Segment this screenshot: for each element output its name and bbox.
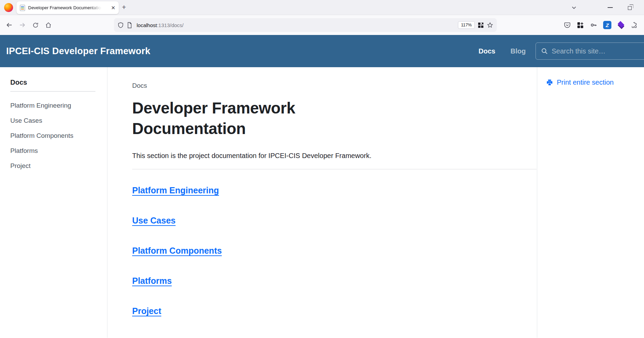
section-link-use-cases[interactable]: Use Cases [132,216,175,226]
sidebar-nav: Platform Engineering Use Cases Platform … [10,98,107,173]
sidebar-item-platforms[interactable]: Platforms [10,143,107,158]
printer-icon [546,79,553,86]
tab-close-icon[interactable]: ✕ [111,5,115,10]
sidebar-item-platform-engineering[interactable]: Platform Engineering [10,98,107,113]
site-navbar: IPCEI-CIS Developer Framework Docs Blog [0,35,644,67]
puzzle-extension-icon[interactable] [631,22,638,29]
stack-extension-icon[interactable] [617,21,625,29]
print-section-label: Print entire section [557,79,614,86]
zotero-extension-icon[interactable]: Z [603,21,611,29]
password-key-icon[interactable] [590,21,597,29]
intro-paragraph: This section is the project documentatio… [132,152,537,160]
reload-button[interactable] [30,19,41,31]
extensions-add-icon[interactable] [577,22,584,29]
sidebar-item-project[interactable]: Project [10,158,107,173]
forward-button[interactable] [16,19,28,31]
breadcrumb[interactable]: Docs [132,82,537,89]
browser-toolbar: localhost:1313/docs/ 117% Z [0,15,644,35]
browser-titlebar: Developer Framework Documentation ✕ + [0,0,644,15]
bookmark-star-icon[interactable] [487,22,493,28]
section-link-platforms[interactable]: Platforms [132,276,172,286]
sidebar-item-use-cases[interactable]: Use Cases [10,113,107,128]
search-icon [541,47,548,55]
new-tab-button[interactable]: + [122,3,126,11]
sidebar-item-platform-components[interactable]: Platform Components [10,128,107,143]
pocket-icon[interactable] [564,22,571,29]
section-link-platform-components[interactable]: Platform Components [132,246,222,256]
page-info-icon[interactable] [127,22,133,28]
url-text[interactable]: localhost:1313/docs/ [137,22,184,28]
list-all-tabs-chevron-icon[interactable] [568,0,580,15]
site-brand[interactable]: IPCEI-CIS Developer Framework [6,46,150,57]
sidebar-divider [10,91,95,92]
window-restore-button[interactable] [624,0,635,15]
page-favicon-icon [20,5,25,11]
section-link-project[interactable]: Project [132,306,161,316]
page-body: Docs Platform Engineering Use Cases Plat… [0,67,644,338]
url-bar[interactable]: localhost:1313/docs/ 117% [114,18,497,32]
back-button[interactable] [3,19,15,31]
sidebar-heading[interactable]: Docs [10,79,107,86]
nav-link-docs[interactable]: Docs [479,35,495,67]
print-section-link[interactable]: Print entire section [546,79,644,86]
right-rail: Print entire section [537,67,644,338]
zoom-level-badge[interactable]: 117% [458,21,475,29]
tab-title: Developer Framework Documentation [28,5,103,10]
home-button[interactable] [43,19,54,31]
container-grid-icon[interactable] [478,22,484,28]
page-title: Developer Framework Documentation [132,98,393,139]
section-links: Platform Engineering Use Cases Platform … [132,169,537,316]
docs-sidebar: Docs Platform Engineering Use Cases Plat… [0,67,107,338]
browser-tab[interactable]: Developer Framework Documentation ✕ [16,1,119,14]
site-search[interactable] [536,43,644,60]
main-content: Docs Developer Framework Documentation T… [107,67,537,338]
shield-icon[interactable] [117,22,124,28]
section-link-platform-engineering[interactable]: Platform Engineering [132,185,219,195]
firefox-logo-icon[interactable] [4,3,13,12]
window-minimize-button[interactable] [604,0,616,15]
nav-link-blog[interactable]: Blog [510,35,526,67]
search-input[interactable] [552,47,634,55]
